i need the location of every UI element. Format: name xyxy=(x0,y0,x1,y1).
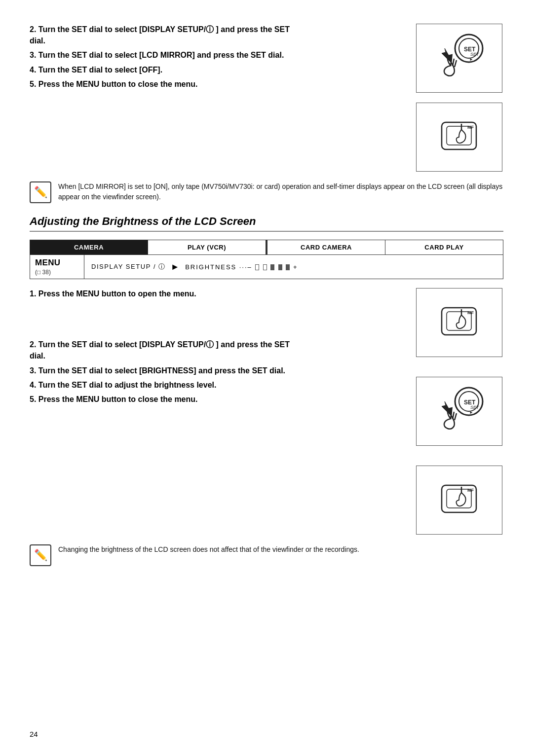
svg-text:SET: SET xyxy=(470,405,480,410)
note-text-2: Changing the brightness of the LCD scree… xyxy=(58,544,359,555)
note-text-1: When [LCD MIRROR] is set to [ON], only t… xyxy=(58,181,503,202)
mf-button-icon: MF xyxy=(432,110,486,164)
svg-text:MF: MF xyxy=(467,125,474,130)
svg-text:►: ► xyxy=(469,57,473,62)
tab-play-vcr[interactable]: PLAY (VCR) xyxy=(148,240,266,254)
s2-step-2: 2. Turn the SET dial to select [DISPLAY … xyxy=(30,339,405,361)
mf-button-icon-box-2: MF xyxy=(416,288,502,357)
section1-left: 2. Turn the SET dial to select [DISPLAY … xyxy=(30,24,405,98)
s2-step-4: 4. Turn the SET dial to adjust the brigh… xyxy=(30,379,405,391)
svg-text:MF: MF xyxy=(467,310,474,315)
section1-steps: 2. Turn the SET dial to select [DISPLAY … xyxy=(30,24,405,90)
section2-steps-group: 1. Press the MENU button to open the men… xyxy=(30,288,503,535)
menu-label-cell: MENU (□ 38) xyxy=(30,255,84,279)
page-number: 24 xyxy=(30,730,38,738)
section2-left: 1. Press the MENU button to open the men… xyxy=(30,288,405,413)
note-pencil-icon-2: ✏️ xyxy=(30,544,51,566)
section2-right: MF SET SET ► xyxy=(405,288,503,535)
section1-right: SET SET ► xyxy=(405,24,503,172)
mode-tabs: CAMERA PLAY (VCR) CARD CAMERA CARD PLAY xyxy=(30,240,503,255)
s2-step-5: 5. Press the MENU button to close the me… xyxy=(30,394,405,405)
step-4: 4. Turn the SET dial to select [OFF]. xyxy=(30,64,405,75)
svg-text:►: ► xyxy=(469,410,473,415)
menu-label: MENU xyxy=(35,258,60,268)
s2-step-1: 1. Press the MENU button to open the men… xyxy=(30,288,405,299)
mf-button-icon-3: MF xyxy=(432,473,486,527)
menu-arrow-icon: ► xyxy=(171,262,180,272)
svg-text:MF: MF xyxy=(467,488,474,493)
brightness-text: BRIGHTNESS ···– + xyxy=(185,263,298,271)
brightness-segments xyxy=(255,263,293,271)
set-dial-icon-box: SET SET ► xyxy=(416,24,502,93)
section2-steps: 1. Press the MENU button to open the men… xyxy=(30,288,405,405)
set-dial-icon: SET SET ► xyxy=(432,31,486,85)
svg-text:SET: SET xyxy=(470,52,480,57)
display-setup-text: DISPLAY SETUP / ⓘ xyxy=(91,262,166,271)
note-box-1: ✏️ When [LCD MIRROR] is set to [ON], onl… xyxy=(30,181,503,203)
page-content: 2. Turn the SET dial to select [DISPLAY … xyxy=(30,24,503,566)
mf-button-icon-2: MF xyxy=(432,295,486,350)
menu-display-content: DISPLAY SETUP / ⓘ ► BRIGHTNESS ···– + xyxy=(84,255,503,279)
tab-card-play[interactable]: CARD PLAY xyxy=(385,240,503,254)
menu-ref: (□ 38) xyxy=(35,269,51,276)
tab-camera[interactable]: CAMERA xyxy=(30,240,148,254)
menu-display-row: MENU (□ 38) DISPLAY SETUP / ⓘ ► BRIGHTNE… xyxy=(30,255,503,279)
set-dial-icon-box-2: SET SET ► xyxy=(416,377,502,446)
mf-button-icon-box: MF xyxy=(416,103,502,172)
s2-step-3: 3. Turn the SET dial to select [BRIGHTNE… xyxy=(30,365,405,376)
section1: 2. Turn the SET dial to select [DISPLAY … xyxy=(30,24,503,172)
step-3: 3. Turn the SET dial to select [LCD MIRR… xyxy=(30,49,405,61)
step-5: 5. Press the MENU button to close the me… xyxy=(30,78,405,90)
note-pencil-icon-1: ✏️ xyxy=(30,181,51,203)
tab-card-camera[interactable]: CARD CAMERA xyxy=(266,240,385,254)
section2-heading: Adjusting the Brightness of the LCD Scre… xyxy=(30,215,503,232)
note-box-2: ✏️ Changing the brightness of the LCD sc… xyxy=(30,544,503,566)
step-2: 2. Turn the SET dial to select [DISPLAY … xyxy=(30,24,405,46)
mf-button-icon-box-3: MF xyxy=(416,466,502,535)
set-dial-icon-2: SET SET ► xyxy=(432,384,486,438)
